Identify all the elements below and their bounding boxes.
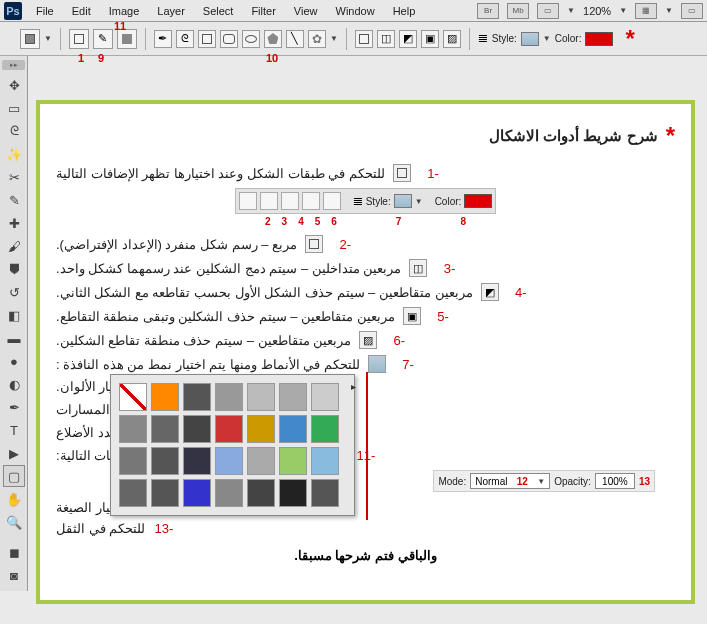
style-cell[interactable] [151,383,179,411]
stamp-tool-icon[interactable]: ⛊ [3,258,25,280]
mini-subtract-icon [281,192,299,210]
wand-tool-icon[interactable]: ✨ [3,143,25,165]
style-cell[interactable] [183,479,211,507]
arrange-icon[interactable]: ▦ [635,3,657,19]
workspace-icon[interactable]: ▭ [681,3,703,19]
style-cell[interactable] [183,447,211,475]
color-swatch[interactable] [585,32,613,46]
lasso-tool-icon[interactable]: ᘓ [3,120,25,142]
ellipse-icon[interactable] [242,30,260,48]
rectangle-icon[interactable] [198,30,216,48]
menu-view[interactable]: View [286,3,326,19]
line-icon[interactable]: ╲ [286,30,304,48]
style-cell[interactable] [151,447,179,475]
style-cell[interactable] [215,415,243,443]
opacity-input[interactable]: 100% [595,473,635,489]
row-num: -2 [331,237,351,252]
eyedropper-tool-icon[interactable]: ✎ [3,189,25,211]
style-cell[interactable] [151,415,179,443]
style-cell[interactable] [215,447,243,475]
panel-menu-icon[interactable]: ▸ [351,381,356,392]
mb-icon[interactable]: Mb [507,3,529,19]
freeform-pen-icon[interactable]: ᘓ [176,30,194,48]
mini-new-icon [239,192,257,210]
link-icon[interactable]: 𝌆 [478,32,488,45]
row-num: -3 [435,261,455,276]
style-cell[interactable] [151,479,179,507]
zoom-level[interactable]: 120% [583,5,611,17]
healing-tool-icon[interactable]: ✚ [3,212,25,234]
style-cell[interactable] [119,447,147,475]
foreground-color-icon[interactable]: ◼ [3,541,25,563]
bridge-icon[interactable]: Br [477,3,499,19]
shape-layers-icon[interactable] [69,29,89,49]
gradient-tool-icon[interactable]: ▬ [3,327,25,349]
row-num: -7 [394,357,414,372]
path-select-icon[interactable]: ▶ [3,442,25,464]
menu-window[interactable]: Window [328,3,383,19]
polygon-icon[interactable] [264,30,282,48]
style-cell[interactable] [247,383,275,411]
style-cell[interactable] [311,415,339,443]
style-cell[interactable] [279,479,307,507]
menu-file[interactable]: File [28,3,62,19]
style-cell[interactable] [183,383,211,411]
style-swatch[interactable] [521,32,539,46]
blur-tool-icon[interactable]: ● [3,350,25,372]
screen-mode-icon[interactable]: ▭ [537,3,559,19]
combine-intersect-icon[interactable]: ▣ [421,30,439,48]
eraser-tool-icon[interactable]: ◧ [3,304,25,326]
mini-ann-8: 8 [460,216,466,227]
style-cell[interactable] [247,479,275,507]
style-cell[interactable] [279,447,307,475]
style-cell[interactable] [247,415,275,443]
pen-icon[interactable]: ✒ [154,30,172,48]
combine-new-icon[interactable] [355,30,373,48]
mode-opacity-bar: Mode: Normal12▼ Opacity: 100% 13 [433,470,655,492]
mode-select[interactable]: Normal12▼ [470,473,550,489]
marquee-tool-icon[interactable]: ▭ [3,97,25,119]
shape-tool-icon[interactable]: ▢ [3,465,25,487]
hand-tool-icon[interactable]: ✋ [3,488,25,510]
zoom-tool-icon[interactable]: 🔍 [3,511,25,533]
type-tool-icon[interactable]: T [3,419,25,441]
brush-tool-icon[interactable]: 🖌 [3,235,25,257]
style-cell[interactable] [247,447,275,475]
dodge-tool-icon[interactable]: ◐ [3,373,25,395]
tool-preset-icon[interactable] [20,29,40,49]
rounded-rect-icon[interactable] [220,30,238,48]
style-cell[interactable] [119,479,147,507]
mini-options-bar: 𝌆 Style: ▼ Color: [235,188,497,214]
style-cell[interactable] [279,415,307,443]
history-brush-icon[interactable]: ↺ [3,281,25,303]
combine-subtract-icon[interactable]: ◩ [399,30,417,48]
menu-filter[interactable]: Filter [243,3,283,19]
pen-tool-icon[interactable]: ✒ [3,396,25,418]
mini-style-label: Style: [366,196,391,207]
style-cell[interactable] [279,383,307,411]
toolbox-grip[interactable] [2,60,25,70]
style-cell[interactable] [215,383,243,411]
menu-image[interactable]: Image [101,3,148,19]
row-text: للتحكم في الثقل [56,521,145,536]
menu-help[interactable]: Help [385,3,424,19]
crop-tool-icon[interactable]: ✂ [3,166,25,188]
menu-edit[interactable]: Edit [64,3,99,19]
style-cell[interactable] [215,479,243,507]
menu-select[interactable]: Select [195,3,242,19]
style-cell[interactable] [311,479,339,507]
combine-exclude-icon[interactable]: ▨ [443,30,461,48]
style-cell[interactable] [119,415,147,443]
move-tool-icon[interactable]: ✥ [3,74,25,96]
style-cell[interactable] [311,383,339,411]
menu-layer[interactable]: Layer [149,3,193,19]
paths-icon[interactable]: ✎ [93,29,113,49]
style-cell[interactable] [119,383,147,411]
combine-add-icon[interactable]: ◫ [377,30,395,48]
style-cell[interactable] [183,415,211,443]
custom-shape-icon[interactable]: ✿ [308,30,326,48]
style-cell[interactable] [311,447,339,475]
mode-label: Mode: [438,476,466,487]
quickmask-icon[interactable]: ◙ [3,564,25,586]
row-num: -5 [429,309,449,324]
